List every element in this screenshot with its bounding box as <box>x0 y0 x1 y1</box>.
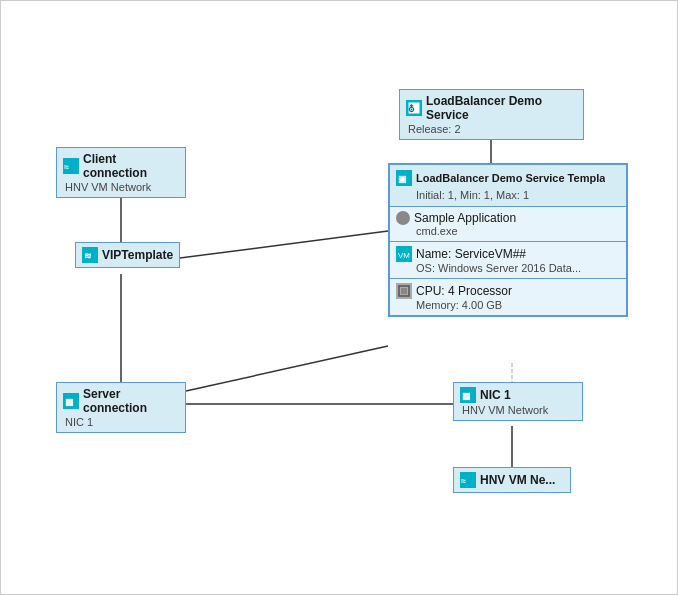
svg-rect-25 <box>401 288 407 294</box>
template-node[interactable]: ▣ LoadBalancer Demo Service Templa Initi… <box>388 163 628 317</box>
client-connection-icon: ≈ <box>63 158 79 174</box>
svg-text:VM: VM <box>398 251 410 260</box>
template-sub: Initial: 1, Min: 1, Max: 1 <box>390 189 626 206</box>
server-connection-sub: NIC 1 <box>63 416 179 428</box>
svg-line-3 <box>180 231 388 258</box>
nic1-label: NIC 1 <box>480 388 511 402</box>
vip-icon: ≋ <box>82 247 98 263</box>
vm-label: Name: ServiceVM## <box>416 247 526 261</box>
svg-text:▦: ▦ <box>65 397 74 407</box>
template-label: LoadBalancer Demo Service Templa <box>416 172 605 184</box>
hnv-icon: ≈ <box>460 472 476 488</box>
app-sub: cmd.exe <box>396 225 620 237</box>
svg-line-5 <box>186 346 388 391</box>
nic1-sub: HNV VM Network <box>460 404 576 416</box>
client-connection-label: Client connection <box>83 152 179 180</box>
vm-sub: OS: Windows Server 2016 Data... <box>396 262 620 274</box>
cpu-icon <box>396 283 412 299</box>
lb-icon: ⛢ <box>406 100 422 116</box>
svg-text:▦: ▦ <box>462 391 471 401</box>
app-label: Sample Application <box>414 211 516 225</box>
client-connection-node[interactable]: ≈ Client connection HNV VM Network <box>56 147 186 198</box>
vm-icon: VM <box>396 246 412 262</box>
template-vm-section: VM Name: ServiceVM## OS: Windows Server … <box>390 241 626 278</box>
app-icon <box>396 211 410 225</box>
loadbalancer-service-node[interactable]: ⛢ LoadBalancer Demo Service Release: 2 <box>399 89 584 140</box>
vip-template-node[interactable]: ≋ VIPTemplate <box>75 242 180 268</box>
template-icon: ▣ <box>396 170 412 186</box>
template-app-section: Sample Application cmd.exe <box>390 206 626 241</box>
svg-text:≈: ≈ <box>64 162 69 172</box>
vip-template-label: VIPTemplate <box>102 248 173 262</box>
template-hw-section: CPU: 4 Processor Memory: 4.00 GB <box>390 278 626 315</box>
nic1-node[interactable]: ▦ NIC 1 HNV VM Network <box>453 382 583 421</box>
server-connection-node[interactable]: ▦ Server connection NIC 1 <box>56 382 186 433</box>
canvas: ⛢ LoadBalancer Demo Service Release: 2 ≈… <box>0 0 678 595</box>
loadbalancer-service-label: LoadBalancer Demo Service <box>426 94 577 122</box>
server-connection-label: Server connection <box>83 387 179 415</box>
svg-text:▣: ▣ <box>398 174 407 184</box>
client-connection-sub: HNV VM Network <box>63 181 179 193</box>
svg-text:⛢: ⛢ <box>408 103 415 114</box>
hw-sub: Memory: 4.00 GB <box>396 299 620 311</box>
hnv-network-label: HNV VM Ne... <box>480 473 555 487</box>
loadbalancer-service-sub: Release: 2 <box>406 123 577 135</box>
nic1-icon: ▦ <box>460 387 476 403</box>
svg-text:≈: ≈ <box>461 476 466 486</box>
server-connection-icon: ▦ <box>63 393 79 409</box>
svg-text:≋: ≋ <box>84 251 92 261</box>
hw-label: CPU: 4 Processor <box>416 284 512 298</box>
hnv-network-node[interactable]: ≈ HNV VM Ne... <box>453 467 571 493</box>
